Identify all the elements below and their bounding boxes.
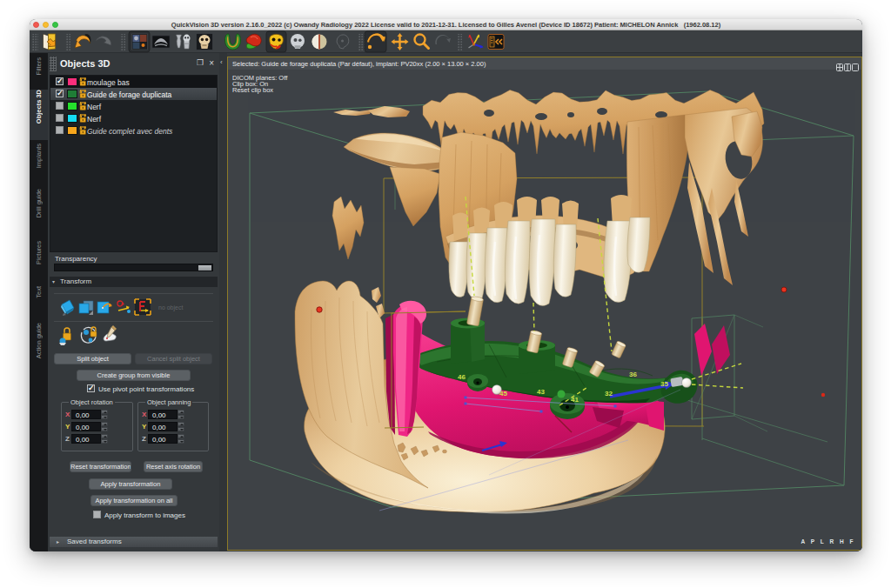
svg-text:46: 46 [458,373,466,381]
svg-text:36: 36 [629,371,637,378]
svg-text:43: 43 [537,388,545,396]
svg-text:41: 41 [571,396,579,404]
svg-text:32: 32 [605,390,613,398]
svg-text:45: 45 [499,390,507,398]
svg-text:35: 35 [660,380,668,388]
svg-text:no object: no object [158,304,183,311]
